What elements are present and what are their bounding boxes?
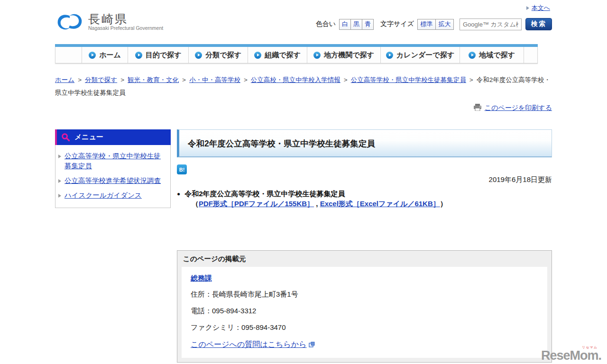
print-page-link[interactable]: このページを印刷する [485,104,552,111]
nav-arrow-icon [386,52,393,59]
nav-item-local-office[interactable]: 地方機関で探す [307,47,381,63]
skip-to-content-link[interactable]: 本文へ [532,4,550,11]
resemom-watermark: リセマム ReseMom. [541,349,601,363]
resemom-logo-text: ReseMom. [541,348,601,363]
external-link-icon [309,342,315,347]
breadcrumb-link-tourism-education[interactable]: 観光・教育・文化 [128,76,179,83]
page-title-box: 令和2年度公立高等学校・県立中学校生徒募集定員 [177,129,552,157]
department-link[interactable]: 総務課 [191,274,212,283]
menu-item-link[interactable]: 公立高等学校進学希望状況調査 [64,176,161,186]
nav-arrow-icon [254,52,261,59]
arrow-right-icon [58,179,61,183]
breadcrumb-separator: > [244,76,248,83]
main-content: 令和2年度公立高等学校・県立中学校生徒募集定員 B! 2019年6月18日更新 … [177,129,552,364]
color-black-button[interactable]: 黒 [350,19,362,30]
font-standard-button[interactable]: 標準 [417,19,436,30]
nav-arrow-icon [89,52,96,59]
breadcrumb-link-schools[interactable]: 小・中・高等学校 [189,76,240,83]
nav-arrow-icon [135,52,142,59]
nav-arrow-icon [195,52,202,59]
skip-row: 本文へ [55,0,552,12]
nagasaki-logo-icon [56,12,83,31]
paren-close: ） [440,200,447,208]
breadcrumb: ホーム>分類で探す>観光・教育・文化>小・中・高等学校>公立高校・県立中学校入学… [55,73,552,99]
nav-item-label: 地域で探す [479,51,515,60]
fax-text: ファクシミリ：095-894-3470 [191,323,538,332]
arrow-right-icon [58,155,61,158]
nav-arrow-icon [469,52,476,59]
nav-arrow-icon [313,52,321,59]
site-header: 長崎県 Nagasaki Prefectural Government 色合い … [55,12,552,40]
menu-list: 公立高等学校・県立中学校生徒募集定員 公立高等学校進学希望状況調査 ハイスクール… [55,145,171,208]
color-scheme-label: 色合い [316,20,336,28]
page-source-box: このページの掲載元 総務課 住所：長崎県長崎市尾上町3番1号 電話：095-89… [177,250,552,363]
page: 本文へ 長崎県 Nagasaki Prefectural Government … [55,0,552,364]
resemom-ruby: リセマム [582,346,598,349]
nav-spacer-right [524,47,538,63]
paren-open: （ [192,200,199,208]
font-enlarge-button[interactable]: 拡大 [435,19,454,30]
nav-item-organization[interactable]: 組織で探す [248,47,307,63]
excel-download-link[interactable]: Excel形式［Excelファイル／61KB］ [320,200,440,208]
telephone-text: 電話：095-894-3312 [191,307,538,316]
site-logo[interactable]: 長崎県 Nagasaki Prefectural Government [55,12,163,31]
global-nav: ホーム 目的で探す 分類で探す 組織で探す 地方機関で探す カレンダーで探す [55,44,538,64]
document-title-row: ● 令和2年度公立高等学校・県立中学校生徒募集定員 [177,190,552,199]
address-text: 住所：長崎県長崎市尾上町3番1号 [191,290,538,299]
print-row: このページを印刷する [55,104,552,112]
nav-item-calendar[interactable]: カレンダーで探す [381,47,460,63]
color-white-button[interactable]: 白 [339,19,351,30]
breadcrumb-separator: > [120,76,124,83]
nav-item-label: カレンダーで探す [396,51,454,60]
breadcrumb-link-recruitment[interactable]: 公立高等学校・県立中学校生徒募集定員 [351,76,466,83]
pdf-download-link[interactable]: PDF形式［PDFファイル／155KB］ [199,200,314,208]
breadcrumb-link-category[interactable]: 分類で探す [85,76,117,83]
menu-title: メニュー [74,133,103,142]
font-size-label: 文字サイズ [380,20,414,28]
question-link[interactable]: このページへの質問はこちらから [191,340,307,348]
source-box-body: 総務課 住所：長崎県長崎市尾上町3番1号 電話：095-894-3312 ファク… [182,267,547,358]
content-area: メニュー 公立高等学校・県立中学校生徒募集定員 公立高等学校進学希望状況調査 ハ… [55,129,552,364]
logo-subtitle: Nagasaki Prefectural Government [88,25,163,31]
breadcrumb-separator: > [78,76,82,83]
search-input[interactable] [460,18,522,30]
share-row: B! [177,164,552,175]
nav-spacer-left [55,47,82,63]
nav-item-label: 目的で探す [146,51,182,60]
breadcrumb-link-admission-info[interactable]: 公立高校・県立中学校入学情報 [251,76,340,83]
breadcrumb-separator: > [344,76,348,83]
breadcrumb-link-home[interactable]: ホーム [55,76,74,83]
bullet-icon: ● [177,190,180,199]
magnifier-icon [61,133,70,142]
nav-item-category[interactable]: 分類で探す [189,47,248,63]
menu-item-guidance[interactable]: ハイスクールガイダンス [58,188,166,203]
document-links: （PDF形式［PDFファイル／155KB］ , Excel形式［Excelファイ… [192,200,552,209]
logo-title: 長崎県 [88,13,163,25]
source-box-header: このページの掲載元 [177,251,552,267]
page-title: 令和2年度公立高等学校・県立中学校生徒募集定員 [188,138,543,149]
nav-item-area[interactable]: 地域で探す [460,47,524,63]
printer-icon [473,104,482,111]
nav-item-label: ホーム [99,51,121,60]
nav-item-label: 地方機関で探す [324,51,374,60]
menu-item-survey[interactable]: 公立高等学校進学希望状況調査 [58,173,166,188]
updated-date: 2019年6月18日更新 [177,175,552,184]
menu-item-link[interactable]: ハイスクールガイダンス [64,191,142,200]
hatena-bookmark-button[interactable]: B! [177,164,187,174]
document-title: 令和2年度公立高等学校・県立中学校生徒募集定員 [184,190,345,199]
arrow-right-icon [526,6,529,10]
nav-item-label: 分類で探す [205,51,241,60]
nav-item-purpose[interactable]: 目的で探す [128,47,189,63]
breadcrumb-separator: > [469,76,473,83]
nav-item-home[interactable]: ホーム [82,47,128,63]
arrow-right-icon [58,194,61,198]
menu-header: メニュー [55,129,171,145]
nav-item-label: 組織で探す [265,51,301,60]
menu-item-recruitment[interactable]: 公立高等学校・県立中学校生徒募集定員 [58,149,166,173]
sidebar-menu: メニュー 公立高等学校・県立中学校生徒募集定員 公立高等学校進学希望状況調査 ハ… [55,129,171,208]
breadcrumb-separator: > [182,76,186,83]
comma-separator: , [314,200,320,208]
color-blue-button[interactable]: 青 [362,19,374,30]
menu-item-link[interactable]: 公立高等学校・県立中学校生徒募集定員 [64,151,166,171]
search-button[interactable]: 検索 [525,18,552,30]
